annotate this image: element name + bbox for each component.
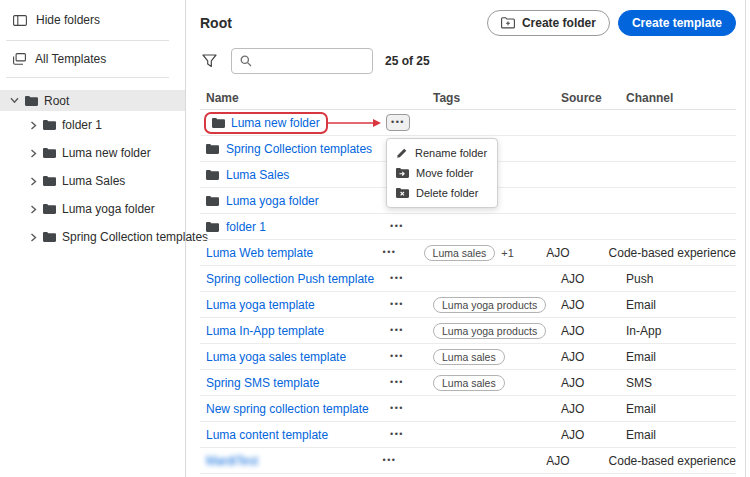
template-link[interactable]: Luma In-App template	[206, 324, 324, 338]
folder-add-icon	[501, 17, 515, 29]
folder-icon	[43, 176, 56, 186]
folder-link[interactable]: Luma yoga folder	[226, 194, 319, 208]
template-link[interactable]: New spring collection template	[206, 402, 369, 416]
tree-item-root[interactable]: Root	[0, 90, 185, 111]
tag-pill: Luma sales	[424, 245, 496, 261]
folder-context-menu: Rename folder Move folder Delete folder	[386, 138, 498, 208]
divider	[6, 77, 169, 78]
template-link[interactable]: Luma yoga template	[206, 298, 315, 312]
template-link[interactable]: Luma Web template	[206, 246, 313, 260]
folder-move-icon	[396, 168, 409, 178]
source-value: AJO	[561, 428, 626, 442]
result-count: 25 of 25	[385, 54, 430, 68]
table-row[interactable]: Luma yoga sales template ••• Luma sales …	[200, 344, 736, 370]
more-actions-button[interactable]: •••	[386, 402, 408, 415]
template-link[interactable]: Luma content template	[206, 428, 328, 442]
tag-pill: Luma sales	[433, 375, 505, 391]
table-row[interactable]: Spring SMS template ••• Luma sales AJO S…	[200, 370, 736, 396]
page-title: Root	[200, 15, 232, 31]
main-content: Root Create folder Create template	[186, 0, 750, 477]
folder-tree: Root folder 1 Luma new folder Luma Sales	[0, 90, 185, 251]
tag-overflow-count: +1	[501, 247, 514, 259]
menu-item-label: Rename folder	[415, 147, 487, 159]
folder-link[interactable]: folder 1	[226, 220, 266, 234]
create-folder-label: Create folder	[522, 16, 596, 30]
table-row[interactable]: Luma In-App template ••• Luma yoga produ…	[200, 318, 736, 344]
create-template-button[interactable]: Create template	[618, 10, 736, 36]
source-value: AJO	[546, 454, 608, 468]
folders-sidebar: Hide folders All Templates Root	[0, 0, 186, 477]
pencil-icon	[396, 147, 408, 159]
folder-icon	[206, 222, 219, 232]
tree-item-label: Luma yoga folder	[62, 202, 155, 216]
panel-collapse-icon	[13, 15, 27, 26]
channel-value: Code-based experience	[609, 454, 736, 468]
channel-value: Email	[626, 402, 736, 416]
tag-pill: Luma sales	[433, 349, 505, 365]
scrollbar[interactable]	[745, 0, 750, 477]
table-row[interactable]: Spring collection Push template ••• AJO …	[200, 266, 736, 292]
folder-icon	[43, 204, 56, 214]
source-value: AJO	[561, 402, 626, 416]
channel-value: SMS	[626, 376, 736, 390]
table-row[interactable]: folder 1 •••	[200, 214, 736, 240]
table-row[interactable]: Luma new folder •••	[200, 110, 736, 136]
menu-item-rename-folder[interactable]: Rename folder	[387, 143, 497, 163]
more-actions-button[interactable]: •••	[386, 350, 408, 363]
menu-item-delete-folder[interactable]: Delete folder	[387, 183, 497, 203]
tree-item-folder[interactable]: Spring Collection templates	[0, 223, 185, 251]
search-box	[231, 48, 373, 74]
source-value: AJO	[561, 350, 626, 364]
template-link-redacted[interactable]: MardiTest	[206, 454, 258, 468]
column-header-name: Name	[200, 91, 433, 105]
more-actions-button[interactable]: •••	[386, 428, 408, 441]
table-row[interactable]: New spring collection template ••• AJO E…	[200, 396, 736, 422]
tree-item-folder[interactable]: Luma new folder	[0, 139, 185, 167]
table-row[interactable]: Luma content template ••• AJO Email	[200, 422, 736, 448]
folder-icon	[25, 96, 38, 106]
templates-icon	[13, 53, 26, 65]
tree-item-label: Luma Sales	[62, 174, 125, 188]
annotation-highlight-box: Luma new folder	[204, 112, 328, 134]
more-actions-button[interactable]: •••	[386, 376, 408, 389]
more-actions-button[interactable]: •••	[379, 246, 401, 259]
table-row[interactable]: MardiTest ••• AJO Code-based experience	[200, 448, 736, 474]
channel-value: Email	[626, 350, 736, 364]
funnel-icon	[202, 54, 217, 68]
folder-link[interactable]: Luma new folder	[231, 116, 320, 130]
tag-pill: Luma yoga products	[433, 323, 546, 339]
all-templates-label: All Templates	[35, 52, 106, 66]
all-templates-item[interactable]: All Templates	[0, 41, 185, 77]
chevron-right-icon	[30, 177, 37, 186]
tree-item-folder[interactable]: Luma yoga folder	[0, 195, 185, 223]
tree-item-folder[interactable]: Luma Sales	[0, 167, 185, 195]
folder-icon	[43, 232, 56, 242]
tree-item-folder[interactable]: folder 1	[0, 111, 185, 139]
more-actions-button[interactable]: •••	[386, 298, 408, 311]
app-window: Hide folders All Templates Root	[0, 0, 750, 477]
more-actions-button[interactable]: •••	[379, 454, 401, 467]
tree-root-label: Root	[44, 94, 69, 108]
channel-value: Code-based experience	[609, 246, 736, 260]
column-header-tags: Tags	[433, 91, 561, 105]
more-actions-button[interactable]: •••	[386, 272, 408, 285]
create-folder-button[interactable]: Create folder	[487, 10, 610, 36]
more-actions-button[interactable]: •••	[386, 324, 408, 337]
more-actions-button[interactable]: •••	[386, 220, 408, 233]
search-input[interactable]	[258, 54, 364, 68]
chevron-right-icon	[30, 149, 37, 158]
folder-link[interactable]: Luma Sales	[226, 168, 289, 182]
hide-folders-label: Hide folders	[36, 13, 100, 27]
table-row[interactable]: Luma yoga template ••• Luma yoga product…	[200, 292, 736, 318]
filter-button[interactable]	[200, 52, 219, 70]
table-row[interactable]: Luma Web template ••• Luma sales +1 AJO …	[200, 240, 736, 266]
hide-folders-button[interactable]: Hide folders	[0, 0, 185, 40]
template-link[interactable]: Spring collection Push template	[206, 272, 374, 286]
folder-icon	[212, 118, 225, 128]
column-header-source: Source	[561, 91, 626, 105]
more-actions-button[interactable]: •••	[386, 114, 410, 131]
template-link[interactable]: Spring SMS template	[206, 376, 319, 390]
template-link[interactable]: Luma yoga sales template	[206, 350, 346, 364]
menu-item-move-folder[interactable]: Move folder	[387, 163, 497, 183]
folder-link[interactable]: Spring Collection templates	[226, 142, 372, 156]
